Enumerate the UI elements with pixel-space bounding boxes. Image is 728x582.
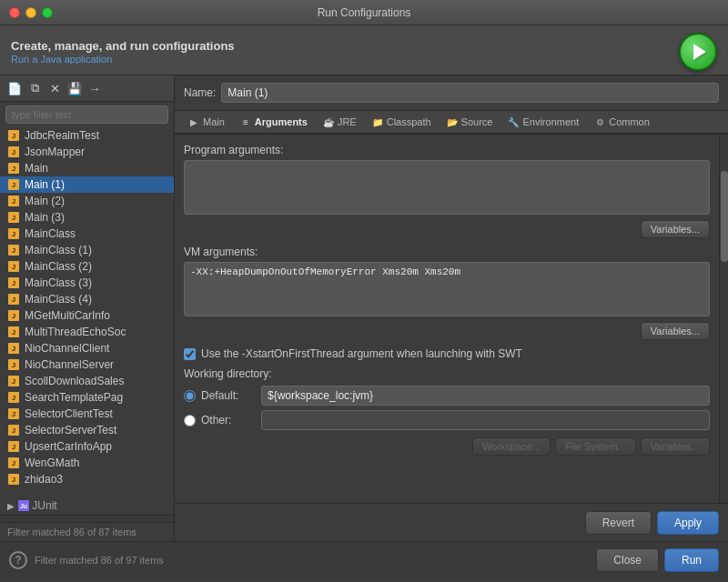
minimize-window-button[interactable] [25,7,36,18]
list-item[interactable]: JMainClass (4) [0,291,174,307]
help-button[interactable]: ? [9,551,27,569]
list-item-label: MainClass (1) [25,244,92,256]
close-button[interactable]: Close [596,548,659,572]
list-item[interactable]: JMainClass (3) [0,275,174,291]
other-radio[interactable] [184,415,196,426]
list-item[interactable]: JNioChannelServer [0,356,174,373]
working-dir-label: Working directory: [184,367,710,380]
java-icon: J [7,457,20,469]
java-icon: J [7,424,20,436]
list-item[interactable]: JMultiThreadEchoSoc [0,324,174,340]
revert-apply-buttons: Revert Apply [585,511,719,535]
list-item[interactable]: JMain [0,160,174,176]
java-icon: J [7,309,20,322]
swt-checkbox[interactable] [184,348,196,360]
run-config-button[interactable]: Run [664,548,719,572]
list-item[interactable]: JUpsertCarInfoApp [0,438,174,455]
working-dir-group: Default: Other: [184,386,710,430]
list-item[interactable]: JMain (2) [0,193,174,209]
header-link[interactable]: Run a Java application [11,54,112,65]
close-window-button[interactable] [9,7,20,18]
delete-config-button[interactable]: ✕ [46,79,64,97]
list-item[interactable]: JMain (3) [0,209,174,226]
environment-tab-icon: 🔧 [507,115,520,128]
java-icon: J [7,146,20,158]
window-controls[interactable] [9,7,53,18]
name-label: Name: [184,86,216,99]
header: Create, manage, and run configurations R… [0,25,728,75]
list-item[interactable]: JJdbcRealmTest [0,127,174,144]
java-icon: J [7,162,20,175]
default-dir-input[interactable] [261,386,710,406]
java-icon: J [7,440,20,453]
source-tab-icon: 📂 [446,115,459,128]
list-item[interactable]: JWenGMath [0,455,174,471]
tab-classpath[interactable]: 📁 Classpath [364,111,439,135]
java-icon: J [7,178,20,191]
workspace-button[interactable]: Workspace... [472,437,551,456]
list-item[interactable]: JSelectorServerTest [0,422,174,438]
tab-jre[interactable]: ☕ JRE [315,111,364,135]
filter-status: Filter matched 86 of 97 items [35,555,164,566]
dir-buttons: Workspace... File System... Variables... [184,437,710,456]
list-item-label: MainClass (4) [25,293,92,306]
list-item[interactable]: Jzhidao3 [0,471,174,487]
revert-button[interactable]: Revert [585,511,652,535]
tab-arguments[interactable]: ≡ Arguments [232,111,315,135]
footer-buttons: Close Run [596,548,719,572]
tab-main[interactable]: ▶ Main [180,111,232,135]
tab-source[interactable]: 📂 Source [439,111,500,135]
list-item[interactable]: JSelectorClientTest [0,406,174,422]
panel-scrollbar[interactable] [719,135,728,503]
name-row: Name: [175,75,728,111]
variables-row-1: Variables... [184,220,710,238]
list-item[interactable]: JJsonMapper [0,144,174,160]
vm-args-variables-button[interactable]: Variables... [641,322,710,340]
right-panel: Name: ▶ Main ≡ Arguments ☕ JRE 📁 Classpa… [175,75,728,541]
list-item[interactable]: JMainClass [0,226,174,242]
file-system-button[interactable]: File System... [555,437,636,456]
list-item-label: MGetMultiCarInfo [25,309,110,322]
maximize-window-button[interactable] [42,7,53,18]
swt-checkbox-label: Use the -XstartOnFirstThread argument wh… [201,347,522,360]
save-config-button[interactable]: 💾 [66,79,84,97]
list-item[interactable]: JMGetMultiCarInfo [0,307,174,324]
panel-wrapper: Program arguments: Variables... VM argum… [175,135,728,503]
list-item-label: MainClass [25,227,76,240]
list-item-label: MainClass (3) [25,276,92,289]
tab-environment[interactable]: 🔧 Environment [500,111,586,135]
new-config-button[interactable]: 📄 [5,79,24,97]
name-input[interactable] [221,83,719,103]
tab-jre-label: JRE [338,116,357,127]
program-args-variables-button[interactable]: Variables... [641,220,710,238]
list-item[interactable]: JNioChannelClient [0,340,174,356]
filter-input[interactable] [5,105,168,124]
tab-arguments-label: Arguments [255,116,308,127]
list-item[interactable]: JMainClass (2) [0,258,174,275]
vm-args-input[interactable] [184,262,710,316]
sidebar-filter-status: Filter matched 86 of 87 items [7,527,136,537]
default-radio[interactable] [184,390,196,402]
list-item-label: Main [25,162,48,175]
apply-button[interactable]: Apply [657,511,719,535]
dir-variables-button[interactable]: Variables... [641,437,710,456]
horizontal-scrollbar[interactable] [0,515,174,522]
sidebar-toolbar: 📄 ⧉ ✕ 💾 → [0,75,174,102]
sidebar-list: JJdbcRealmTestJJsonMapperJMainJMain (1)J… [0,127,174,497]
list-item[interactable]: JMain (1) [0,176,174,193]
run-button[interactable] [679,33,717,71]
copy-config-button[interactable]: ⧉ [25,79,44,97]
export-config-button[interactable]: → [86,79,104,97]
other-dir-input[interactable] [261,410,710,430]
list-item[interactable]: JScollDownloadSales [0,373,174,389]
java-icon: J [7,342,20,355]
junit-group[interactable]: ▶ Ju JUnit [0,497,174,515]
list-item-label: NioChannelServer [25,358,114,371]
program-args-input[interactable] [184,160,710,215]
list-item[interactable]: JMainClass (1) [0,242,174,258]
tab-classpath-label: Classpath [387,116,431,127]
list-item[interactable]: JSearchTemplatePag [0,389,174,406]
java-icon: J [7,407,20,420]
tab-common[interactable]: ⚙ Common [586,111,657,135]
java-icon: J [7,227,20,240]
